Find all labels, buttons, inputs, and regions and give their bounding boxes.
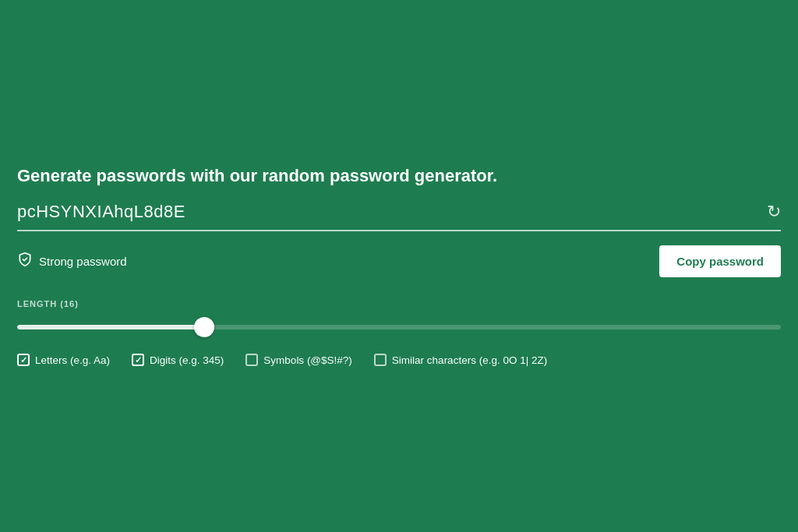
page-title: Generate passwords with our random passw… bbox=[17, 166, 781, 186]
length-section: LENGTH (16) bbox=[17, 299, 781, 338]
check-mark: ✓ bbox=[20, 355, 27, 365]
checkbox-letters-label: Letters (e.g. Aa) bbox=[35, 354, 110, 366]
checkboxes-row: ✓ Letters (e.g. Aa) ✓ Digits (e.g. 345) … bbox=[17, 354, 781, 366]
checkbox-symbols-box bbox=[245, 354, 258, 366]
checkbox-digits-label: Digits (e.g. 345) bbox=[150, 354, 224, 366]
length-slider[interactable] bbox=[17, 316, 781, 338]
length-label: LENGTH (16) bbox=[17, 299, 781, 308]
checkbox-similar[interactable]: Similar characters (e.g. 0O 1| 2Z) bbox=[374, 354, 547, 366]
refresh-icon[interactable]: ↻ bbox=[767, 202, 781, 222]
checkbox-digits-box: ✓ bbox=[132, 354, 144, 366]
checkbox-symbols[interactable]: Symbols (@$S!#?) bbox=[245, 354, 352, 366]
slider-container bbox=[17, 316, 781, 338]
password-row: pcHSYNXIAhqL8d8E ↻ bbox=[17, 202, 781, 231]
copy-password-button[interactable]: Copy password bbox=[659, 245, 781, 277]
checkbox-letters[interactable]: ✓ Letters (e.g. Aa) bbox=[17, 354, 110, 366]
check-mark-digits: ✓ bbox=[135, 355, 142, 365]
checkbox-digits[interactable]: ✓ Digits (e.g. 345) bbox=[132, 354, 224, 366]
strength-indicator: Strong password bbox=[17, 252, 127, 271]
strength-copy-row: Strong password Copy password bbox=[17, 245, 781, 277]
strength-label: Strong password bbox=[39, 255, 127, 268]
checkbox-similar-label: Similar characters (e.g. 0O 1| 2Z) bbox=[392, 354, 547, 366]
shield-icon bbox=[17, 252, 33, 271]
checkbox-letters-box: ✓ bbox=[17, 354, 30, 366]
password-display: pcHSYNXIAhqL8d8E bbox=[17, 202, 767, 222]
main-container: Generate passwords with our random passw… bbox=[17, 135, 781, 397]
checkbox-symbols-label: Symbols (@$S!#?) bbox=[263, 354, 352, 366]
checkbox-similar-box bbox=[374, 354, 387, 366]
